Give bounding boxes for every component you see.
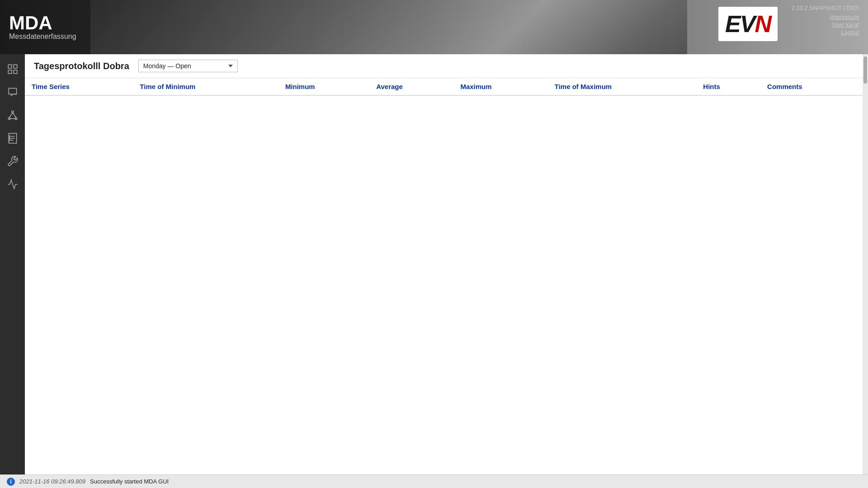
sidebar <box>0 54 25 488</box>
chart-icon <box>7 178 19 190</box>
dam-image <box>90 0 687 54</box>
sidebar-item-chat[interactable] <box>2 82 23 103</box>
impressum-link[interactable]: Impressum <box>830 14 859 20</box>
col-minimum: Minimum <box>278 78 369 95</box>
app-title: MDA <box>9 14 76 33</box>
chat-icon <box>7 86 19 98</box>
dropdown-value: Monday — Open <box>143 62 224 70</box>
sidebar-item-tools[interactable] <box>2 151 23 172</box>
sidebar-item-dashboard[interactable] <box>2 59 23 80</box>
brand-section: MDA Messdatenerfassung <box>0 7 85 47</box>
col-time-of-maximum: Time of Maximum <box>548 78 697 95</box>
report-icon <box>7 132 19 144</box>
evn-ev-part: EV <box>725 11 755 37</box>
tools-icon <box>7 155 19 167</box>
evn-logo: EVN <box>718 7 778 41</box>
chevron-down-icon <box>228 65 233 67</box>
version-label: 2.10.2.SNAPSHOT (TBD) <box>792 5 859 11</box>
page-title: Tagesprotokolll Dobra <box>34 61 129 71</box>
app-header: MDA Messdatenerfassung EVN 2.10.2.SNAPSH… <box>0 0 868 54</box>
svg-point-4 <box>11 111 13 113</box>
info-icon: i <box>7 478 15 486</box>
header-right: 2.10.2.SNAPSHOT (TBD) Impressum User kar… <box>792 5 859 36</box>
table-header-row: Time Series Time of Minimum Minimum Aver… <box>25 78 863 95</box>
scrollbar[interactable] <box>863 54 868 488</box>
logout-link[interactable]: Logout <box>841 29 859 36</box>
svg-line-8 <box>13 113 16 118</box>
status-dropdown[interactable]: Monday — Open <box>138 60 238 72</box>
col-comments: Comments <box>760 78 863 95</box>
sidebar-item-report[interactable] <box>2 128 23 149</box>
header-links: Impressum User karaf Logout <box>792 14 859 36</box>
content-area: Tagesprotokolll Dobra Monday — Open Time… <box>25 54 863 488</box>
network-icon <box>7 109 19 121</box>
page-header-bar: Tagesprotokolll Dobra Monday — Open <box>25 54 863 78</box>
svg-rect-3 <box>14 70 17 74</box>
status-bar: i 2021-11-16 09:26:49.809 Successfully s… <box>0 474 868 488</box>
sidebar-item-network[interactable] <box>2 105 23 126</box>
main-layout: Tagesprotokolll Dobra Monday — Open Time… <box>0 54 868 488</box>
data-table: Time Series Time of Minimum Minimum Aver… <box>25 78 863 96</box>
svg-rect-1 <box>14 65 17 68</box>
evn-n-part: N <box>755 11 771 37</box>
evn-logo-text: EVN <box>725 10 771 38</box>
scrollbar-thumb[interactable] <box>863 56 867 84</box>
user-label: User karaf <box>832 21 859 28</box>
col-time-of-minimum: Time of Minimum <box>133 78 278 95</box>
col-time-series: Time Series <box>25 78 133 95</box>
app-subtitle: Messdatenerfassung <box>9 33 76 41</box>
col-average: Average <box>369 78 453 95</box>
dashboard-icon <box>7 63 19 75</box>
col-hints: Hints <box>696 78 760 95</box>
status-timestamp: 2021-11-16 09:26:49.809 <box>19 478 85 485</box>
svg-line-7 <box>9 113 13 118</box>
svg-rect-2 <box>8 70 12 74</box>
table-container[interactable]: Time Series Time of Minimum Minimum Aver… <box>25 78 863 488</box>
svg-rect-0 <box>8 65 12 68</box>
status-message: Successfully started MDA GUI <box>90 478 169 485</box>
sidebar-item-chart[interactable] <box>2 174 23 195</box>
col-maximum: Maximum <box>453 78 547 95</box>
